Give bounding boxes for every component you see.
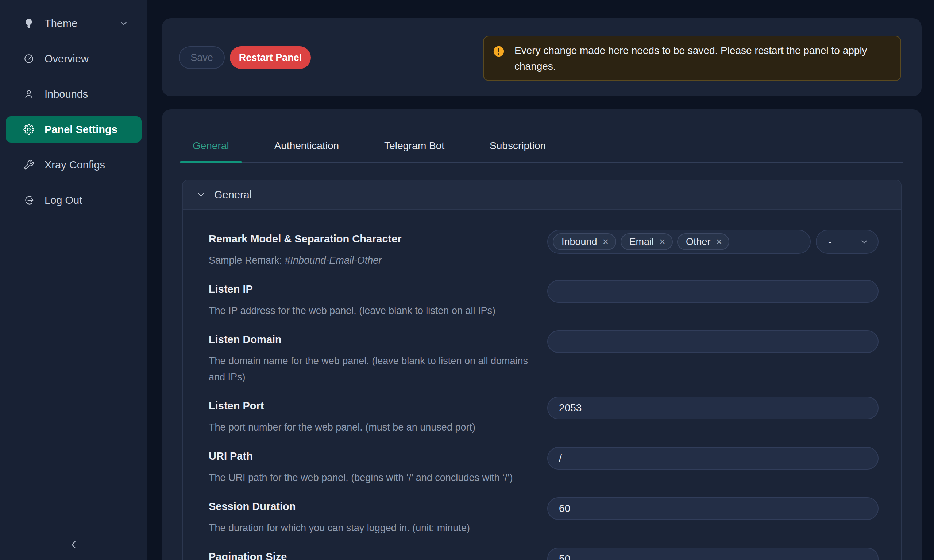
nav-label: Theme	[45, 17, 77, 29]
nav-label: Xray Configs	[45, 159, 105, 171]
dashboard-icon	[23, 53, 34, 64]
separator-select[interactable]: -	[816, 230, 879, 254]
nav-item-log-out[interactable]: Log Out	[6, 187, 142, 213]
form-row-listen-port: Listen Port The port number for the web …	[209, 397, 879, 435]
accordion-body: Remark Model & Separation Character Samp…	[183, 210, 901, 560]
field-description: The URI path for the web panel. (begins …	[209, 469, 536, 486]
tag-close-icon[interactable]: ×	[659, 237, 666, 247]
field-label: URI Path	[209, 448, 536, 465]
sidebar-collapse-button[interactable]	[67, 537, 80, 552]
field-label: Pagination Size	[209, 548, 536, 560]
listen-domain-input[interactable]	[547, 330, 879, 353]
form-row-uri-path: URI Path The URI path for the web panel.…	[209, 447, 879, 486]
warning-icon	[493, 45, 505, 58]
tabs: General Authentication Telegram Bot Subs…	[180, 130, 903, 163]
remark-model-select[interactable]: Inbound × Email × Other ×	[547, 230, 811, 254]
form-row-listen-ip: Listen IP The IP address for the web pan…	[209, 280, 879, 318]
tag-close-icon[interactable]: ×	[603, 237, 609, 247]
uri-path-input[interactable]	[547, 447, 879, 469]
form-row-remark-model: Remark Model & Separation Character Samp…	[209, 230, 879, 268]
form-row-pagination-size: Pagination Size	[209, 548, 879, 560]
tab-general[interactable]: General	[180, 130, 242, 162]
nav-item-overview[interactable]: Overview	[6, 46, 142, 72]
chevron-down-icon	[196, 189, 206, 200]
warning-alert: Every change made here needs to be saved…	[483, 36, 901, 81]
field-description: The IP address for the web panel. (leave…	[209, 303, 536, 318]
gear-icon	[23, 124, 34, 135]
logout-icon	[23, 195, 34, 206]
user-icon	[23, 89, 34, 100]
field-description: The port number for the web panel. (must…	[209, 419, 536, 435]
tab-authentication[interactable]: Authentication	[262, 130, 351, 162]
alert-text: Every change made here needs to be saved…	[515, 43, 890, 74]
field-description: The domain name for the web panel. (leav…	[209, 353, 536, 385]
accordion-header[interactable]: General	[183, 180, 901, 210]
tab-telegram-bot[interactable]: Telegram Bot	[372, 130, 457, 162]
form-row-session-duration: Session Duration The duration for which …	[209, 497, 879, 536]
nav-item-panel-settings[interactable]: Panel Settings	[6, 116, 142, 143]
nav-item-xray-configs[interactable]: Xray Configs	[6, 152, 142, 178]
settings-card: General Authentication Telegram Bot Subs…	[162, 109, 922, 560]
chevron-down-icon	[119, 18, 128, 28]
save-button[interactable]: Save	[179, 46, 225, 69]
accordion-title: General	[214, 189, 252, 201]
field-label: Session Duration	[209, 498, 536, 515]
restart-panel-button[interactable]: Restart Panel	[230, 46, 311, 69]
listen-port-input[interactable]	[547, 397, 879, 419]
separator-value: -	[828, 236, 831, 248]
field-label: Listen IP	[209, 281, 536, 297]
sidebar: Theme Overview Inbounds	[0, 0, 147, 560]
tag-inbound: Inbound ×	[553, 233, 616, 250]
nav-label: Overview	[45, 53, 89, 65]
nav-item-theme[interactable]: Theme	[6, 10, 142, 37]
pagination-size-input[interactable]	[547, 548, 879, 560]
tag-close-icon[interactable]: ×	[716, 237, 722, 247]
wrench-icon	[23, 159, 34, 170]
nav-label: Log Out	[45, 194, 82, 206]
nav-item-inbounds[interactable]: Inbounds	[6, 81, 142, 107]
field-label: Listen Port	[209, 397, 536, 414]
accordion-general: General Remark Model & Separation Charac…	[182, 180, 902, 560]
bulb-icon	[23, 18, 34, 29]
listen-ip-input[interactable]	[547, 280, 879, 303]
sidebar-nav: Theme Overview Inbounds	[0, 0, 147, 213]
nav-label: Inbounds	[45, 88, 88, 100]
chevron-left-icon	[68, 538, 80, 551]
field-label: Remark Model & Separation Character	[209, 231, 536, 247]
tag-other: Other ×	[677, 233, 729, 250]
field-description: The duration for which you can stay logg…	[209, 520, 536, 536]
session-duration-input[interactable]	[547, 497, 879, 520]
nav-label: Panel Settings	[45, 124, 117, 135]
tag-email: Email ×	[621, 233, 673, 250]
chevron-down-icon	[860, 237, 869, 246]
field-description: Sample Remark: #Inbound-Email-Other	[209, 252, 536, 268]
form-row-listen-domain: Listen Domain The domain name for the we…	[209, 330, 879, 385]
toolbar-card: Save Restart Panel Every change made her…	[162, 18, 922, 96]
tab-subscription[interactable]: Subscription	[477, 130, 558, 162]
field-label: Listen Domain	[209, 331, 536, 348]
